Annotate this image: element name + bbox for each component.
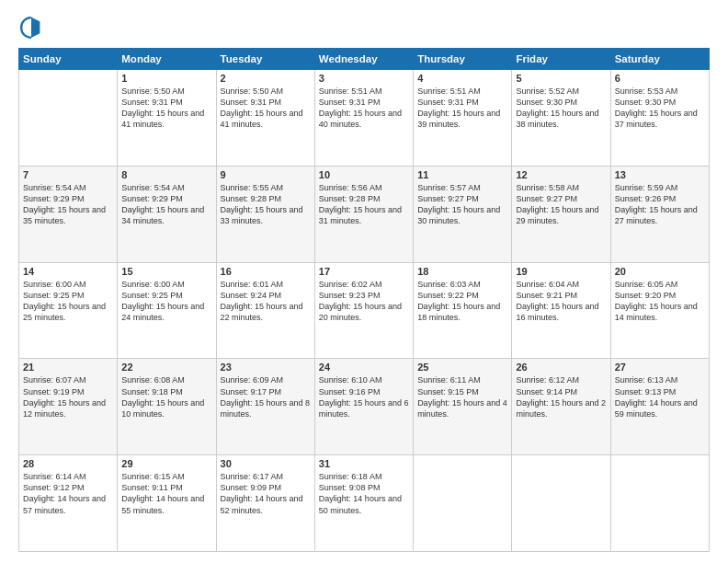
calendar-header-row: SundayMondayTuesdayWednesdayThursdayFrid… <box>19 49 710 70</box>
header <box>18 15 710 40</box>
day-number: 24 <box>319 362 409 373</box>
calendar-cell: 19Sunrise: 6:04 AMSunset: 9:21 PMDayligh… <box>512 262 610 359</box>
day-number: 20 <box>615 266 705 277</box>
cell-info: Sunrise: 6:05 AMSunset: 9:20 PMDaylight:… <box>615 279 705 324</box>
calendar-cell <box>610 455 709 552</box>
cell-info: Sunrise: 6:00 AMSunset: 9:25 PMDaylight:… <box>23 279 113 324</box>
calendar-day-header: Sunday <box>19 49 118 70</box>
calendar-cell: 9Sunrise: 5:55 AMSunset: 9:28 PMDaylight… <box>216 166 314 262</box>
calendar-cell: 29Sunrise: 6:15 AMSunset: 9:11 PMDayligh… <box>118 455 216 552</box>
cell-info: Sunrise: 5:59 AMSunset: 9:26 PMDaylight:… <box>615 182 705 227</box>
cell-info: Sunrise: 6:02 AMSunset: 9:23 PMDaylight:… <box>319 279 409 324</box>
day-number: 7 <box>23 169 113 180</box>
calendar-cell: 15Sunrise: 6:00 AMSunset: 9:25 PMDayligh… <box>118 262 216 359</box>
calendar-cell: 11Sunrise: 5:57 AMSunset: 9:27 PMDayligh… <box>414 166 512 262</box>
cell-info: Sunrise: 6:10 AMSunset: 9:16 PMDaylight:… <box>319 374 409 419</box>
calendar-cell: 24Sunrise: 6:10 AMSunset: 9:16 PMDayligh… <box>314 359 413 455</box>
cell-info: Sunrise: 5:54 AMSunset: 9:29 PMDaylight:… <box>121 182 211 227</box>
calendar-day-header: Saturday <box>610 49 709 70</box>
cell-info: Sunrise: 6:18 AMSunset: 9:08 PMDaylight:… <box>319 471 409 516</box>
day-number: 19 <box>516 266 606 277</box>
cell-info: Sunrise: 6:09 AMSunset: 9:17 PMDaylight:… <box>221 374 311 419</box>
cell-info: Sunrise: 6:12 AMSunset: 9:14 PMDaylight:… <box>516 374 606 419</box>
day-number: 21 <box>23 362 113 373</box>
calendar-cell: 3Sunrise: 5:51 AMSunset: 9:31 PMDaylight… <box>314 70 413 167</box>
day-number: 1 <box>121 73 211 84</box>
calendar-cell: 31Sunrise: 6:18 AMSunset: 9:08 PMDayligh… <box>314 455 413 552</box>
day-number: 23 <box>221 362 311 373</box>
day-number: 2 <box>221 73 311 84</box>
calendar-day-header: Monday <box>118 49 216 70</box>
cell-info: Sunrise: 5:57 AMSunset: 9:27 PMDaylight:… <box>417 182 507 227</box>
calendar-cell: 30Sunrise: 6:17 AMSunset: 9:09 PMDayligh… <box>216 455 314 552</box>
cell-info: Sunrise: 5:53 AMSunset: 9:30 PMDaylight:… <box>615 86 705 131</box>
day-number: 12 <box>516 169 606 180</box>
day-number: 9 <box>221 169 311 180</box>
calendar-cell: 8Sunrise: 5:54 AMSunset: 9:29 PMDaylight… <box>118 166 216 262</box>
calendar-cell: 13Sunrise: 5:59 AMSunset: 9:26 PMDayligh… <box>610 166 709 262</box>
cell-info: Sunrise: 5:52 AMSunset: 9:30 PMDaylight:… <box>516 86 606 131</box>
calendar-cell: 27Sunrise: 6:13 AMSunset: 9:13 PMDayligh… <box>610 359 709 455</box>
cell-info: Sunrise: 5:51 AMSunset: 9:31 PMDaylight:… <box>319 86 409 131</box>
calendar-cell: 12Sunrise: 5:58 AMSunset: 9:27 PMDayligh… <box>512 166 610 262</box>
calendar-cell: 25Sunrise: 6:11 AMSunset: 9:15 PMDayligh… <box>414 359 512 455</box>
calendar-cell: 14Sunrise: 6:00 AMSunset: 9:25 PMDayligh… <box>19 262 118 359</box>
calendar-cell: 6Sunrise: 5:53 AMSunset: 9:30 PMDaylight… <box>610 70 709 167</box>
calendar-table: SundayMondayTuesdayWednesdayThursdayFrid… <box>18 48 710 552</box>
calendar-week-row: 28Sunrise: 6:14 AMSunset: 9:12 PMDayligh… <box>19 455 710 552</box>
calendar-day-header: Thursday <box>414 49 512 70</box>
page: SundayMondayTuesdayWednesdayThursdayFrid… <box>0 0 728 563</box>
cell-info: Sunrise: 6:13 AMSunset: 9:13 PMDaylight:… <box>615 374 705 419</box>
calendar-cell: 5Sunrise: 5:52 AMSunset: 9:30 PMDaylight… <box>512 70 610 167</box>
calendar-cell: 18Sunrise: 6:03 AMSunset: 9:22 PMDayligh… <box>414 262 512 359</box>
cell-info: Sunrise: 6:11 AMSunset: 9:15 PMDaylight:… <box>417 374 507 419</box>
day-number: 14 <box>23 266 113 277</box>
cell-info: Sunrise: 5:50 AMSunset: 9:31 PMDaylight:… <box>221 86 311 131</box>
cell-info: Sunrise: 6:01 AMSunset: 9:24 PMDaylight:… <box>221 279 311 324</box>
calendar-cell: 17Sunrise: 6:02 AMSunset: 9:23 PMDayligh… <box>314 262 413 359</box>
calendar-cell: 21Sunrise: 6:07 AMSunset: 9:19 PMDayligh… <box>19 359 118 455</box>
cell-info: Sunrise: 6:07 AMSunset: 9:19 PMDaylight:… <box>23 374 113 419</box>
cell-info: Sunrise: 5:55 AMSunset: 9:28 PMDaylight:… <box>221 182 311 227</box>
logo-icon <box>18 15 44 40</box>
day-number: 22 <box>121 362 211 373</box>
calendar-cell: 23Sunrise: 6:09 AMSunset: 9:17 PMDayligh… <box>216 359 314 455</box>
day-number: 27 <box>615 362 705 373</box>
calendar-day-header: Tuesday <box>216 49 314 70</box>
cell-info: Sunrise: 6:04 AMSunset: 9:21 PMDaylight:… <box>516 279 606 324</box>
calendar-cell: 4Sunrise: 5:51 AMSunset: 9:31 PMDaylight… <box>414 70 512 167</box>
day-number: 31 <box>319 458 409 469</box>
day-number: 25 <box>417 362 507 373</box>
calendar-day-header: Friday <box>512 49 610 70</box>
day-number: 13 <box>615 169 705 180</box>
calendar-cell <box>414 455 512 552</box>
day-number: 3 <box>319 73 409 84</box>
cell-info: Sunrise: 5:56 AMSunset: 9:28 PMDaylight:… <box>319 182 409 227</box>
day-number: 10 <box>319 169 409 180</box>
cell-info: Sunrise: 6:17 AMSunset: 9:09 PMDaylight:… <box>221 471 311 516</box>
day-number: 5 <box>516 73 606 84</box>
calendar-cell: 28Sunrise: 6:14 AMSunset: 9:12 PMDayligh… <box>19 455 118 552</box>
cell-info: Sunrise: 5:50 AMSunset: 9:31 PMDaylight:… <box>121 86 211 131</box>
calendar-cell: 10Sunrise: 5:56 AMSunset: 9:28 PMDayligh… <box>314 166 413 262</box>
cell-info: Sunrise: 5:51 AMSunset: 9:31 PMDaylight:… <box>417 86 507 131</box>
day-number: 18 <box>417 266 507 277</box>
calendar-cell: 16Sunrise: 6:01 AMSunset: 9:24 PMDayligh… <box>216 262 314 359</box>
calendar-week-row: 14Sunrise: 6:00 AMSunset: 9:25 PMDayligh… <box>19 262 710 359</box>
calendar-cell: 22Sunrise: 6:08 AMSunset: 9:18 PMDayligh… <box>118 359 216 455</box>
day-number: 16 <box>221 266 311 277</box>
calendar-cell: 26Sunrise: 6:12 AMSunset: 9:14 PMDayligh… <box>512 359 610 455</box>
cell-info: Sunrise: 5:54 AMSunset: 9:29 PMDaylight:… <box>23 182 113 227</box>
day-number: 28 <box>23 458 113 469</box>
calendar-week-row: 21Sunrise: 6:07 AMSunset: 9:19 PMDayligh… <box>19 359 710 455</box>
cell-info: Sunrise: 6:00 AMSunset: 9:25 PMDaylight:… <box>121 279 211 324</box>
calendar-cell: 2Sunrise: 5:50 AMSunset: 9:31 PMDaylight… <box>216 70 314 167</box>
calendar-cell <box>512 455 610 552</box>
calendar-week-row: 1Sunrise: 5:50 AMSunset: 9:31 PMDaylight… <box>19 70 710 167</box>
day-number: 29 <box>121 458 211 469</box>
calendar-cell: 7Sunrise: 5:54 AMSunset: 9:29 PMDaylight… <box>19 166 118 262</box>
day-number: 8 <box>121 169 211 180</box>
day-number: 15 <box>121 266 211 277</box>
cell-info: Sunrise: 6:03 AMSunset: 9:22 PMDaylight:… <box>417 279 507 324</box>
day-number: 26 <box>516 362 606 373</box>
